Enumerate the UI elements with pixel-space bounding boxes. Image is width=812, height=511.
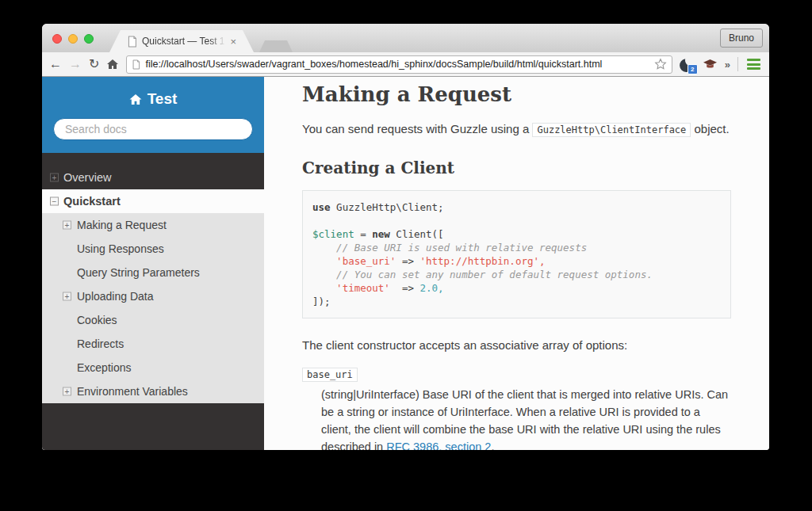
code-line: 'timeout' => 2.0, — [312, 281, 721, 295]
sidebar-subitem-label: Making a Request — [77, 219, 167, 231]
traffic-lights — [52, 34, 94, 44]
sidebar-subitem-cookies[interactable]: Cookies — [42, 308, 264, 332]
page-title: Making a Request — [302, 82, 731, 106]
search-input[interactable] — [53, 118, 253, 140]
sidebar-item-overview[interactable]: + Overview — [42, 166, 264, 189]
inline-code-base-uri: base_uri — [302, 368, 358, 382]
code-line — [312, 214, 721, 227]
code-line: use GuzzleHttp\Client; — [312, 200, 721, 214]
code-line: $client = new Client([ — [312, 227, 721, 241]
project-home-link[interactable]: Test — [53, 90, 253, 108]
moon-extension-icon[interactable]: 2 — [680, 56, 695, 72]
browser-window: Quickstart — Test 1 docum × Bruno ← → ↻ … — [42, 24, 769, 450]
sidebar-header: Test — [42, 77, 264, 153]
reload-icon[interactable]: ↻ — [89, 58, 99, 71]
toolbar-separator — [737, 57, 738, 71]
code-line: 'base_uri' => 'http://httpbin.org', — [312, 254, 721, 268]
sidebar-item-quickstart[interactable]: − Quickstart — [42, 189, 264, 213]
bookmark-star-icon[interactable] — [654, 58, 667, 71]
rfc-link[interactable]: RFC 3986, section 2 — [386, 440, 491, 450]
option-term: base_uri — [302, 367, 731, 381]
sidebar-submenu: +Making a RequestUsing ResponsesQuery St… — [42, 213, 264, 403]
close-window-button[interactable] — [52, 34, 62, 44]
home-icon — [129, 93, 142, 105]
option-definition-list: base_uri (string|UriInterface) Base URI … — [302, 367, 731, 450]
section-heading-creating-a-client: Creating a Client — [302, 158, 731, 178]
expand-icon[interactable]: + — [50, 174, 59, 182]
extension-badge: 2 — [688, 64, 698, 74]
main-content: Making a Request You can send requests w… — [264, 77, 769, 450]
sidebar-subitem-label: Redirects — [77, 337, 124, 350]
sidebar-subitem-label: Using Responses — [77, 242, 164, 255]
sidebar-subitem-uploading-data[interactable]: +Uploading Data — [42, 284, 264, 308]
address-bar[interactable]: file://localhost/Users/swader/vagrant_bo… — [126, 55, 672, 74]
sidebar-nav: + Overview − Quickstart +Making a Reques… — [42, 153, 264, 403]
titlebar[interactable]: Quickstart — Test 1 docum × Bruno — [42, 24, 769, 52]
cap-extension-icon[interactable] — [703, 58, 718, 71]
url-text[interactable]: file://localhost/Users/swader/vagrant_bo… — [145, 59, 649, 70]
page-body: Test + Overview − Quickstart +Making a R… — [42, 77, 769, 450]
tab-close-icon[interactable]: × — [230, 36, 236, 47]
home-icon[interactable] — [106, 58, 119, 71]
options-paragraph: The client constructor accepts an associ… — [302, 336, 731, 354]
sidebar-subitem-redirects[interactable]: Redirects — [42, 332, 264, 356]
sidebar-item-label: Overview — [63, 171, 111, 184]
expand-icon[interactable]: + — [63, 387, 71, 396]
sidebar-subitem-label: Environment Variables — [77, 385, 188, 398]
new-tab-button[interactable] — [259, 40, 293, 52]
sidebar-item-label: Quickstart — [63, 195, 121, 208]
chrome-menu-icon[interactable] — [745, 57, 762, 71]
zoom-window-button[interactable] — [84, 34, 94, 44]
code-line: // You can set any number of default req… — [312, 268, 721, 281]
back-icon[interactable]: ← — [49, 58, 62, 71]
sidebar-subitem-label: Exceptions — [77, 361, 131, 374]
overflow-chevrons-icon[interactable]: » — [725, 59, 730, 71]
minimize-window-button[interactable] — [68, 34, 78, 44]
collapse-icon[interactable]: − — [50, 197, 59, 206]
sidebar-subitem-label: Query String Parameters — [77, 266, 200, 279]
expand-icon[interactable]: + — [63, 292, 71, 301]
sidebar: Test + Overview − Quickstart +Making a R… — [42, 77, 264, 450]
inline-code-clientinterface: GuzzleHttp\ClientInterface — [532, 123, 691, 137]
browser-toolbar: ← → ↻ file://localhost/Users/swader/vagr… — [42, 52, 769, 77]
page-favicon-icon — [127, 36, 137, 48]
sidebar-subitem-making-a-request[interactable]: +Making a Request — [42, 213, 264, 237]
expand-icon[interactable]: + — [63, 221, 71, 230]
sidebar-subitem-environment-variables[interactable]: +Environment Variables — [42, 379, 264, 403]
tab-title: Quickstart — Test 1 docum — [142, 36, 225, 47]
sidebar-subitem-exceptions[interactable]: Exceptions — [42, 356, 264, 379]
sidebar-subitem-label: Cookies — [77, 314, 117, 326]
code-block: use GuzzleHttp\Client; $client = new Cli… — [302, 190, 731, 318]
code-line: ]); — [312, 295, 721, 308]
sidebar-subitem-query-string-parameters[interactable]: Query String Parameters — [42, 261, 264, 284]
project-title: Test — [147, 90, 178, 108]
intro-paragraph: You can send requests with Guzzle using … — [302, 120, 731, 139]
page-icon — [132, 59, 140, 70]
option-description: (string|UriInterface) Base URI of the cl… — [321, 386, 731, 450]
browser-tab[interactable]: Quickstart — Test 1 docum × — [109, 30, 254, 52]
sidebar-subitem-using-responses[interactable]: Using Responses — [42, 237, 264, 261]
code-line: // Base URI is used with relative reques… — [312, 241, 721, 254]
forward-icon[interactable]: → — [69, 58, 82, 71]
sidebar-subitem-label: Uploading Data — [77, 290, 154, 303]
profile-button[interactable]: Bruno — [720, 29, 763, 48]
